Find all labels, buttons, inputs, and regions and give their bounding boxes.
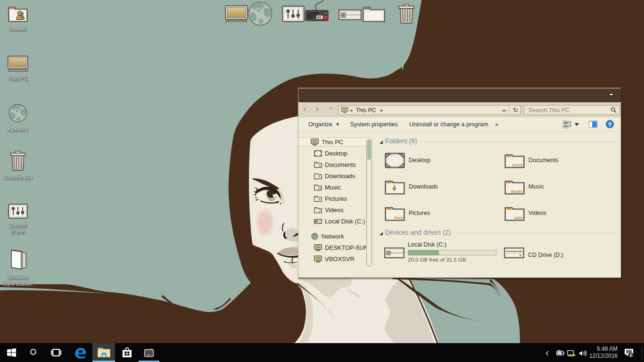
svg-text:PICS: PICS	[395, 215, 403, 220]
svg-text:2: 2	[629, 353, 632, 357]
svg-text:P: P	[318, 197, 321, 201]
svg-text:UIDS: UIDS	[514, 215, 523, 220]
svg-text:D: D	[318, 164, 321, 167]
svg-text:DOCS: DOCS	[512, 163, 523, 167]
svg-text:M: M	[318, 186, 321, 189]
svg-text:MUSIC: MUSIC	[511, 189, 523, 193]
svg-text:U: U	[318, 209, 321, 212]
